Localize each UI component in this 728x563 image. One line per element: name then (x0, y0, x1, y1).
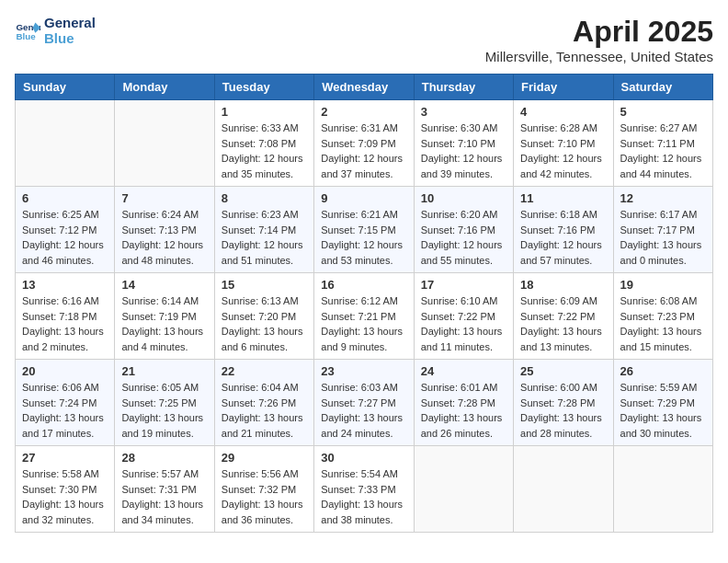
day-info: Sunrise: 5:57 AM Sunset: 7:31 PM Dayligh… (121, 466, 207, 527)
day-info: Sunrise: 6:16 AM Sunset: 7:18 PM Dayligh… (22, 293, 108, 354)
sunrise-text: Sunrise: 6:09 AM (520, 293, 606, 309)
sunrise-text: Sunrise: 6:20 AM (421, 207, 506, 223)
sunset-text: Sunset: 7:29 PM (620, 396, 706, 411)
sunset-text: Sunset: 7:21 PM (321, 309, 406, 325)
sunrise-text: Sunrise: 5:56 AM (222, 466, 307, 482)
sunset-text: Sunset: 7:28 PM (421, 396, 506, 411)
day-number: 18 (520, 278, 606, 292)
daylight-text: Daylight: 13 hours and 30 minutes. (620, 410, 706, 441)
calendar-cell (16, 100, 115, 187)
location-title: Millersville, Tennessee, United States (485, 49, 713, 64)
daylight-text: Daylight: 13 hours and 0 minutes. (620, 237, 706, 268)
calendar-cell: 23 Sunrise: 6:03 AM Sunset: 7:27 PM Dayl… (314, 360, 414, 446)
sunset-text: Sunset: 7:16 PM (520, 223, 606, 238)
calendar-cell (514, 446, 613, 533)
sunset-text: Sunset: 7:17 PM (620, 223, 706, 238)
day-number: 8 (222, 191, 307, 205)
day-info: Sunrise: 6:23 AM Sunset: 7:14 PM Dayligh… (222, 207, 307, 268)
day-number: 4 (520, 105, 606, 119)
calendar-week-row: 1 Sunrise: 6:33 AM Sunset: 7:08 PM Dayli… (16, 100, 713, 187)
day-info: Sunrise: 6:00 AM Sunset: 7:28 PM Dayligh… (520, 380, 606, 441)
day-number: 19 (620, 278, 706, 292)
sunrise-text: Sunrise: 6:12 AM (321, 293, 406, 309)
day-number: 26 (620, 364, 706, 378)
calendar-cell: 6 Sunrise: 6:25 AM Sunset: 7:12 PM Dayli… (16, 187, 115, 273)
day-info: Sunrise: 6:12 AM Sunset: 7:21 PM Dayligh… (321, 293, 406, 354)
sunrise-text: Sunrise: 5:54 AM (321, 466, 406, 482)
day-info: Sunrise: 6:27 AM Sunset: 7:11 PM Dayligh… (620, 121, 706, 181)
sunset-text: Sunset: 7:24 PM (22, 396, 108, 411)
sunrise-text: Sunrise: 6:27 AM (620, 121, 706, 136)
day-info: Sunrise: 6:21 AM Sunset: 7:15 PM Dayligh… (321, 207, 406, 268)
sunrise-text: Sunrise: 6:14 AM (121, 293, 207, 309)
sunset-text: Sunset: 7:20 PM (222, 309, 307, 325)
day-info: Sunrise: 6:01 AM Sunset: 7:28 PM Dayligh… (421, 380, 506, 441)
day-info: Sunrise: 5:58 AM Sunset: 7:30 PM Dayligh… (22, 466, 108, 527)
day-info: Sunrise: 5:59 AM Sunset: 7:29 PM Dayligh… (620, 380, 706, 441)
day-number: 7 (121, 191, 207, 205)
calendar-cell: 5 Sunrise: 6:27 AM Sunset: 7:11 PM Dayli… (613, 100, 712, 187)
calendar-cell (414, 446, 513, 533)
weekday-header: Tuesday (214, 75, 313, 100)
sunset-text: Sunset: 7:10 PM (421, 136, 506, 152)
sunset-text: Sunset: 7:33 PM (321, 482, 406, 498)
daylight-text: Daylight: 12 hours and 37 minutes. (321, 151, 406, 181)
calendar-cell: 1 Sunrise: 6:33 AM Sunset: 7:08 PM Dayli… (214, 100, 313, 187)
daylight-text: Daylight: 13 hours and 21 minutes. (222, 410, 307, 441)
sunrise-text: Sunrise: 6:10 AM (421, 293, 506, 309)
day-number: 24 (421, 364, 506, 378)
day-number: 3 (421, 105, 506, 119)
daylight-text: Daylight: 12 hours and 55 minutes. (421, 237, 506, 268)
day-info: Sunrise: 6:28 AM Sunset: 7:10 PM Dayligh… (520, 121, 606, 181)
day-number: 22 (222, 364, 307, 378)
sunset-text: Sunset: 7:11 PM (620, 136, 706, 152)
sunrise-text: Sunrise: 5:57 AM (121, 466, 207, 482)
day-info: Sunrise: 5:54 AM Sunset: 7:33 PM Dayligh… (321, 466, 406, 527)
sunset-text: Sunset: 7:23 PM (620, 309, 706, 325)
day-number: 17 (421, 278, 506, 292)
daylight-text: Daylight: 12 hours and 46 minutes. (22, 237, 108, 268)
daylight-text: Daylight: 13 hours and 36 minutes. (222, 497, 307, 527)
daylight-text: Daylight: 13 hours and 15 minutes. (620, 324, 706, 354)
day-number: 23 (321, 364, 406, 378)
day-info: Sunrise: 6:10 AM Sunset: 7:22 PM Dayligh… (421, 293, 506, 354)
day-info: Sunrise: 6:06 AM Sunset: 7:24 PM Dayligh… (22, 380, 108, 441)
calendar-cell: 19 Sunrise: 6:08 AM Sunset: 7:23 PM Dayl… (613, 273, 712, 360)
weekday-header: Wednesday (314, 75, 414, 100)
day-number: 2 (321, 105, 406, 119)
weekday-header: Friday (514, 75, 613, 100)
sunrise-text: Sunrise: 6:01 AM (421, 380, 506, 396)
calendar-cell: 17 Sunrise: 6:10 AM Sunset: 7:22 PM Dayl… (414, 273, 513, 360)
calendar-cell: 20 Sunrise: 6:06 AM Sunset: 7:24 PM Dayl… (16, 360, 115, 446)
day-info: Sunrise: 6:20 AM Sunset: 7:16 PM Dayligh… (421, 207, 506, 268)
daylight-text: Daylight: 12 hours and 51 minutes. (222, 237, 307, 268)
sunrise-text: Sunrise: 6:05 AM (121, 380, 207, 396)
daylight-text: Daylight: 13 hours and 11 minutes. (421, 324, 506, 354)
sunrise-text: Sunrise: 6:00 AM (520, 380, 606, 396)
day-info: Sunrise: 6:13 AM Sunset: 7:20 PM Dayligh… (222, 293, 307, 354)
daylight-text: Daylight: 13 hours and 13 minutes. (520, 324, 606, 354)
day-info: Sunrise: 6:30 AM Sunset: 7:10 PM Dayligh… (421, 121, 506, 181)
daylight-text: Daylight: 12 hours and 39 minutes. (421, 151, 506, 181)
logo-blue: Blue (44, 30, 96, 46)
sunset-text: Sunset: 7:09 PM (321, 136, 406, 152)
title-area: April 2025 Millersville, Tennessee, Unit… (485, 15, 713, 64)
daylight-text: Daylight: 13 hours and 17 minutes. (22, 410, 108, 441)
calendar-cell: 2 Sunrise: 6:31 AM Sunset: 7:09 PM Dayli… (314, 100, 414, 187)
calendar-cell: 7 Sunrise: 6:24 AM Sunset: 7:13 PM Dayli… (115, 187, 214, 273)
day-info: Sunrise: 6:31 AM Sunset: 7:09 PM Dayligh… (321, 121, 406, 181)
day-info: Sunrise: 6:05 AM Sunset: 7:25 PM Dayligh… (121, 380, 207, 441)
daylight-text: Daylight: 12 hours and 57 minutes. (520, 237, 606, 268)
day-number: 30 (321, 451, 406, 465)
sunset-text: Sunset: 7:19 PM (121, 309, 207, 325)
weekday-header: Sunday (16, 75, 115, 100)
calendar-cell: 16 Sunrise: 6:12 AM Sunset: 7:21 PM Dayl… (314, 273, 414, 360)
sunset-text: Sunset: 7:08 PM (222, 136, 307, 152)
sunset-text: Sunset: 7:16 PM (421, 223, 506, 238)
day-info: Sunrise: 6:25 AM Sunset: 7:12 PM Dayligh… (22, 207, 108, 268)
calendar-cell: 13 Sunrise: 6:16 AM Sunset: 7:18 PM Dayl… (16, 273, 115, 360)
weekday-header: Thursday (414, 75, 513, 100)
calendar-cell: 27 Sunrise: 5:58 AM Sunset: 7:30 PM Dayl… (16, 446, 115, 533)
sunrise-text: Sunrise: 6:23 AM (222, 207, 307, 223)
calendar-cell: 4 Sunrise: 6:28 AM Sunset: 7:10 PM Dayli… (514, 100, 613, 187)
